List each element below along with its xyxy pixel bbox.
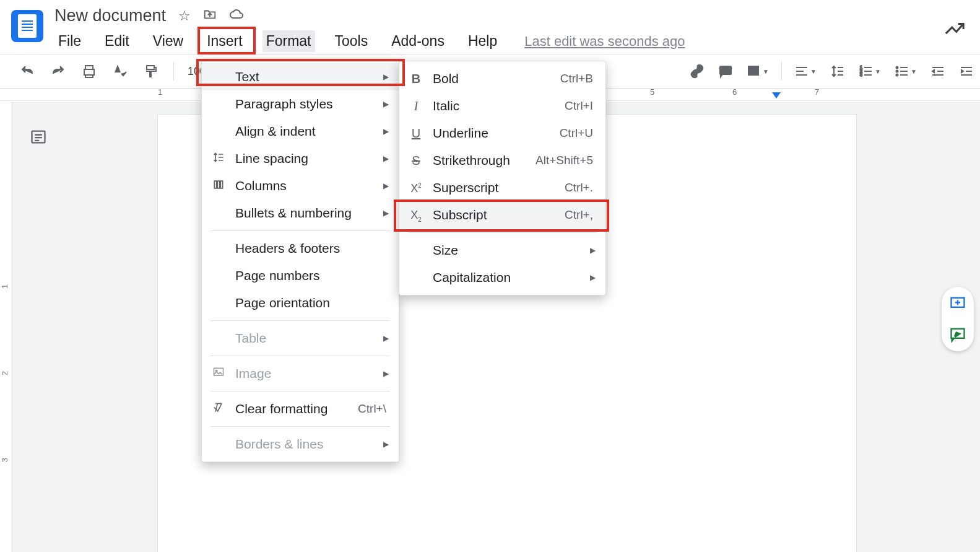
text_submenu-bold[interactable]: BBoldCtrl+B xyxy=(399,65,605,92)
spellcheck-button[interactable] xyxy=(111,63,129,80)
text_submenu-italic[interactable]: IItalicCtrl+I xyxy=(399,92,605,101)
text-submenu-panel: BBoldCtrl+BIItalicCtrl+IUUnderlineCtrl+U… xyxy=(399,61,606,101)
submenu-arrow-icon: ▶ xyxy=(383,100,389,101)
docs-logo-icon[interactable] xyxy=(11,10,43,42)
menu-addons[interactable]: Add-ons xyxy=(388,30,448,52)
italic-icon: I xyxy=(408,99,424,101)
format-menu-panel: Text▶Paragraph styles▶Align & indent▶Lin… xyxy=(201,59,399,101)
menu-tools[interactable]: Tools xyxy=(331,30,372,52)
undo-button[interactable] xyxy=(19,63,36,80)
title-bar: New document ☆ File Edit View Insert For… xyxy=(0,0,980,55)
insert-image-button[interactable]: ▼ xyxy=(745,63,770,80)
menu-item-shortcut: Ctrl+B xyxy=(560,72,593,85)
line-spacing-button[interactable] xyxy=(829,63,846,80)
redo-button[interactable] xyxy=(50,63,67,80)
menu-insert[interactable]: Insert xyxy=(203,30,246,52)
increase-indent-button[interactable] xyxy=(958,63,975,80)
bulleted-list-button[interactable]: ▼ xyxy=(893,63,918,80)
bold-icon: B xyxy=(408,71,424,86)
submenu-arrow-icon: ▶ xyxy=(383,72,389,81)
menu-item-label: Text xyxy=(235,69,386,84)
numbered-list-button[interactable]: 123▼ xyxy=(857,63,882,80)
paint-format-button[interactable] xyxy=(142,63,160,80)
svg-point-7 xyxy=(896,71,898,72)
menu-item-label: Italic xyxy=(433,99,556,101)
activity-icon[interactable] xyxy=(944,19,965,42)
svg-point-6 xyxy=(896,67,898,69)
align-button[interactable]: ▼ xyxy=(793,63,818,80)
print-button[interactable] xyxy=(80,63,98,80)
menu-file[interactable]: File xyxy=(54,30,85,52)
menu-edit[interactable]: Edit xyxy=(101,30,133,52)
decrease-indent-button[interactable] xyxy=(929,63,947,80)
svg-point-8 xyxy=(896,74,898,76)
menu-item-label: Paragraph styles xyxy=(235,97,386,101)
move-icon[interactable] xyxy=(203,7,217,25)
ruler-tick: 1 xyxy=(158,87,162,97)
menu-view[interactable]: View xyxy=(149,30,187,52)
ruler-tick: 7 xyxy=(815,87,819,97)
format_menu-paragraph-styles[interactable]: Paragraph styles▶ xyxy=(202,90,399,101)
format_menu-text[interactable]: Text▶ xyxy=(202,63,399,90)
insert-link-button[interactable] xyxy=(688,63,706,80)
menu-item-label: Bold xyxy=(433,71,552,86)
add-comment-button[interactable] xyxy=(717,63,734,80)
last-edit-link[interactable]: Last edit was seconds ago xyxy=(524,33,685,50)
ruler-tick: 6 xyxy=(732,87,737,97)
menubar: File Edit View Insert Format Tools Add-o… xyxy=(54,30,685,52)
ruler-tick: 5 xyxy=(650,87,654,97)
cloud-status-icon[interactable] xyxy=(229,7,244,25)
menu-item-shortcut: Ctrl+I xyxy=(565,99,593,101)
star-icon[interactable]: ☆ xyxy=(178,8,191,24)
document-title[interactable]: New document xyxy=(54,6,166,25)
menu-format[interactable]: Format xyxy=(262,30,315,52)
svg-text:3: 3 xyxy=(860,72,862,77)
indent-marker-icon[interactable] xyxy=(772,92,781,99)
menu-help[interactable]: Help xyxy=(464,30,501,52)
